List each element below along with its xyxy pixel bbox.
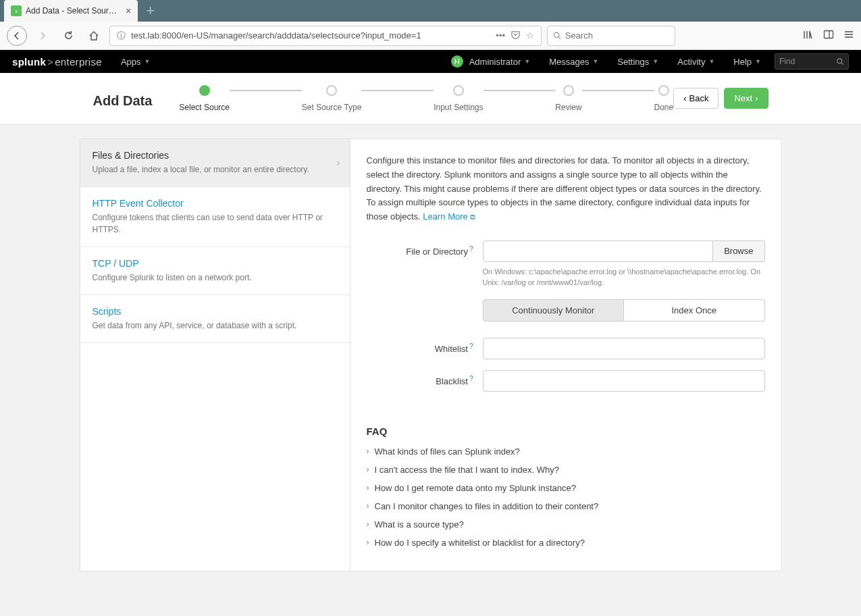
faq-item[interactable]: › What kinds of files can Splunk index?: [367, 446, 765, 457]
file-directory-hint: On Windows: c:\apache\apache.error.log o…: [483, 266, 765, 288]
svg-point-7: [837, 59, 842, 63]
bookmark-star-icon[interactable]: ☆: [526, 30, 534, 41]
help-icon[interactable]: ?: [469, 375, 473, 382]
step-label: Review: [555, 103, 581, 112]
chevron-right-icon: ›: [755, 93, 758, 103]
help-icon[interactable]: ?: [469, 342, 473, 350]
tab-bar: › Add Data - Select Source | Sp × +: [0, 0, 861, 22]
browser-nav-bar: ⓘ test.lab:8000/en-US/manager/search/add…: [0, 22, 861, 50]
step-dot-input-settings: [453, 85, 464, 96]
whitelist-row: Whitelist?: [367, 338, 765, 359]
sidebar-item-http-event-collector[interactable]: HTTP Event Collector Configure tokens th…: [80, 187, 350, 247]
whitelist-input[interactable]: [483, 338, 765, 359]
new-tab-button[interactable]: +: [146, 2, 155, 20]
file-directory-input[interactable]: [483, 240, 714, 262]
info-icon: ⓘ: [117, 30, 126, 42]
blacklist-row: Blacklist?: [367, 370, 765, 392]
blacklist-input[interactable]: [483, 370, 765, 392]
chevron-right-icon: ›: [367, 483, 369, 492]
source-sidebar: Files & Directories Upload a file, index…: [80, 139, 350, 571]
tab-title: Add Data - Select Source | Sp: [26, 6, 120, 16]
index-once-toggle[interactable]: Index Once: [624, 299, 765, 322]
help-icon[interactable]: ?: [469, 245, 473, 253]
browser-search-bar[interactable]: [547, 26, 675, 46]
wizard-steps: Select Source Set Source Type Input Sett…: [179, 85, 673, 112]
activity-menu[interactable]: Activity▼: [677, 57, 714, 67]
pocket-icon[interactable]: [511, 30, 521, 42]
settings-menu[interactable]: Settings▼: [617, 57, 658, 67]
chevron-right-icon: ›: [367, 446, 369, 456]
file-directory-row: File or Directory? Browse On Windows: c:…: [367, 240, 765, 288]
page-title: Add Data: [93, 93, 153, 109]
svg-line-8: [841, 63, 843, 64]
hamburger-menu-icon[interactable]: [843, 29, 854, 42]
step-dot-review: [563, 85, 574, 96]
faq-item[interactable]: › What is a source type?: [367, 519, 765, 530]
step-label: Select Source: [179, 103, 230, 112]
nav-forward-button[interactable]: [32, 26, 53, 46]
browse-button[interactable]: Browse: [713, 240, 764, 262]
main-container: Files & Directories Upload a file, index…: [80, 138, 782, 571]
help-menu[interactable]: Help▼: [733, 57, 761, 67]
step-dot-done: [658, 85, 669, 96]
browser-search-input[interactable]: [565, 30, 669, 41]
sidebar-item-files-directories[interactable]: Files & Directories Upload a file, index…: [80, 139, 350, 187]
url-more-icon[interactable]: •••: [496, 30, 505, 41]
step-label: Done: [654, 103, 674, 112]
splunk-header: splunk>enterprise Apps▼ H Administrator▼…: [0, 50, 861, 73]
faq-item[interactable]: › How do I get remote data onto my Splun…: [367, 483, 765, 493]
messages-menu[interactable]: Messages▼: [549, 57, 598, 67]
apps-menu[interactable]: Apps▼: [121, 57, 151, 67]
external-link-icon: ⧉: [470, 213, 475, 221]
main-panel: Configure this instance to monitor files…: [350, 139, 781, 571]
sidebar-icon[interactable]: [823, 29, 834, 42]
chevron-right-icon: ›: [367, 538, 369, 547]
blacklist-label: Blacklist?: [367, 370, 483, 386]
svg-rect-2: [825, 31, 833, 38]
splunk-logo[interactable]: splunk>enterprise: [12, 56, 102, 68]
next-button[interactable]: Next ›: [724, 88, 768, 109]
faq-heading: FAQ: [367, 426, 765, 437]
user-menu[interactable]: H Administrator▼: [451, 55, 531, 68]
faq-item[interactable]: › Can I monitor changes to files in addi…: [367, 501, 765, 511]
faq-item[interactable]: › I can't access the file that I want to…: [367, 465, 765, 475]
tab-close-icon[interactable]: ×: [126, 5, 131, 16]
find-input[interactable]: Find: [775, 53, 849, 70]
browser-chrome: › Add Data - Select Source | Sp × +: [0, 0, 861, 22]
sidebar-item-tcp-udp[interactable]: TCP / UDP Configure Splunk to listen on …: [80, 247, 350, 295]
step-dot-set-source-type: [326, 85, 337, 96]
chevron-right-icon: ›: [367, 465, 369, 474]
whitelist-label: Whitelist?: [367, 338, 483, 354]
monitor-mode-row: Continuously Monitor Index Once: [367, 299, 765, 322]
svg-line-1: [558, 37, 560, 39]
user-avatar-icon: H: [451, 55, 463, 68]
step-label: Set Source Type: [302, 103, 362, 112]
back-button[interactable]: ‹ Back: [673, 88, 719, 109]
nav-home-button[interactable]: [84, 26, 104, 46]
continuously-monitor-toggle[interactable]: Continuously Monitor: [483, 299, 625, 322]
step-dot-select-source: [199, 85, 210, 96]
chevron-right-icon: ›: [367, 519, 369, 529]
faq-section: FAQ › What kinds of files can Splunk ind…: [367, 426, 765, 548]
svg-point-0: [554, 32, 558, 37]
file-directory-label: File or Directory?: [367, 240, 483, 257]
learn-more-link[interactable]: Learn More ⧉: [423, 211, 475, 222]
tab-favicon: ›: [11, 5, 22, 16]
nav-reload-button[interactable]: [58, 26, 78, 46]
step-label: Input Settings: [434, 103, 483, 112]
chevron-right-icon: ›: [336, 157, 340, 169]
faq-item[interactable]: › How do I specify a whitelist or blackl…: [367, 538, 765, 548]
wizard-header: Add Data Select Source Set Source Type I…: [0, 73, 861, 125]
sidebar-item-scripts[interactable]: Scripts Get data from any API, service, …: [80, 295, 350, 343]
nav-back-button[interactable]: [7, 26, 27, 46]
intro-text: Configure this instance to monitor files…: [367, 154, 765, 224]
chevron-right-icon: ›: [367, 501, 369, 511]
browser-tab[interactable]: › Add Data - Select Source | Sp ×: [4, 0, 138, 22]
library-icon[interactable]: [803, 29, 814, 42]
chevron-left-icon: ‹: [683, 93, 686, 103]
url-bar[interactable]: ⓘ test.lab:8000/en-US/manager/search/add…: [109, 26, 542, 46]
url-text: test.lab:8000/en-US/manager/search/addda…: [131, 30, 421, 41]
